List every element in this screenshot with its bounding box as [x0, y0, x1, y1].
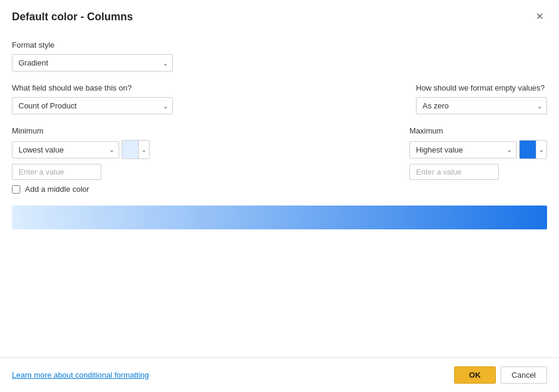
dialog-body: Format style Gradient ⌄ What field shoul… — [0, 31, 559, 357]
field-empty-row: What field should we base this on? Count… — [12, 83, 547, 114]
middle-color-label[interactable]: Add a middle color — [25, 185, 89, 194]
empty-values-wrapper: As zero ⌄ — [416, 97, 547, 114]
dialog-header: Default color - Columns ✕ — [0, 0, 559, 31]
min-value-input[interactable] — [12, 164, 101, 180]
cancel-button[interactable]: Cancel — [501, 366, 547, 384]
minimum-section: Minimum Lowest value ⌄ ⌄ — [12, 126, 150, 180]
field-wrapper: Count of Product ⌄ — [12, 97, 173, 114]
max-value-input[interactable] — [409, 164, 499, 180]
dialog: Default color - Columns ✕ Format style G… — [0, 0, 559, 392]
min-type-wrapper: Lowest value ⌄ — [12, 141, 119, 158]
close-button[interactable]: ✕ — [532, 10, 547, 24]
maximum-label: Maximum — [409, 126, 547, 135]
min-type-select[interactable]: Lowest value — [12, 141, 119, 158]
min-color-swatch[interactable] — [122, 141, 139, 158]
max-color-wrapper: ⌄ — [519, 140, 547, 159]
min-color-wrapper: ⌄ — [122, 140, 150, 159]
format-style-label: Format style — [12, 41, 547, 49]
min-color-chevron-button[interactable]: ⌄ — [139, 141, 149, 158]
gradient-bar — [12, 206, 547, 229]
field-label: What field should we base this on? — [12, 83, 173, 92]
empty-values-label: How should we format empty values? — [416, 83, 547, 92]
field-select[interactable]: Count of Product — [12, 97, 173, 114]
minimum-controls: Lowest value ⌄ ⌄ — [12, 140, 150, 159]
ok-button[interactable]: OK — [454, 366, 496, 384]
field-section: What field should we base this on? Count… — [12, 83, 173, 114]
empty-values-section: How should we format empty values? As ze… — [416, 83, 547, 114]
max-type-wrapper: Highest value ⌄ — [409, 141, 517, 158]
format-style-section: Format style Gradient ⌄ — [12, 41, 547, 71]
maximum-controls: Highest value ⌄ ⌄ — [409, 140, 547, 159]
max-type-select[interactable]: Highest value — [409, 141, 517, 158]
dialog-footer: Learn more about conditional formatting … — [0, 357, 559, 392]
middle-color-checkbox[interactable] — [12, 185, 20, 194]
empty-values-select[interactable]: As zero — [416, 97, 547, 114]
footer-buttons: OK Cancel — [454, 366, 547, 384]
max-color-chevron-button[interactable]: ⌄ — [536, 141, 546, 158]
max-color-swatch[interactable] — [520, 141, 536, 158]
learn-more-link[interactable]: Learn more about conditional formatting — [12, 371, 149, 379]
maximum-section: Maximum Highest value ⌄ ⌄ — [409, 126, 547, 180]
min-max-row: Minimum Lowest value ⌄ ⌄ — [12, 126, 547, 180]
format-style-select[interactable]: Gradient — [12, 54, 173, 71]
format-style-wrapper: Gradient ⌄ — [12, 54, 173, 71]
dialog-title: Default color - Columns — [12, 11, 133, 23]
minimum-label: Minimum — [12, 126, 150, 135]
middle-color-row: Add a middle color — [12, 185, 547, 194]
